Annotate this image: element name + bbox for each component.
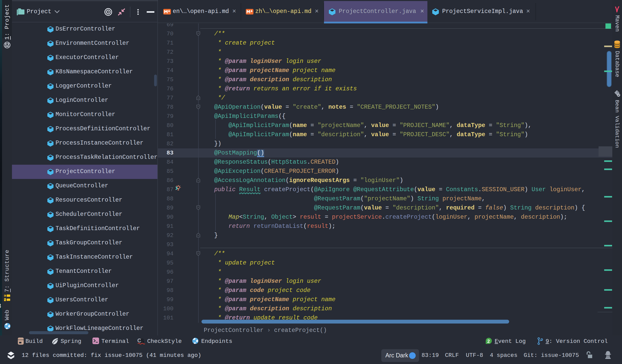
- svg-text:2: 2: [487, 339, 490, 344]
